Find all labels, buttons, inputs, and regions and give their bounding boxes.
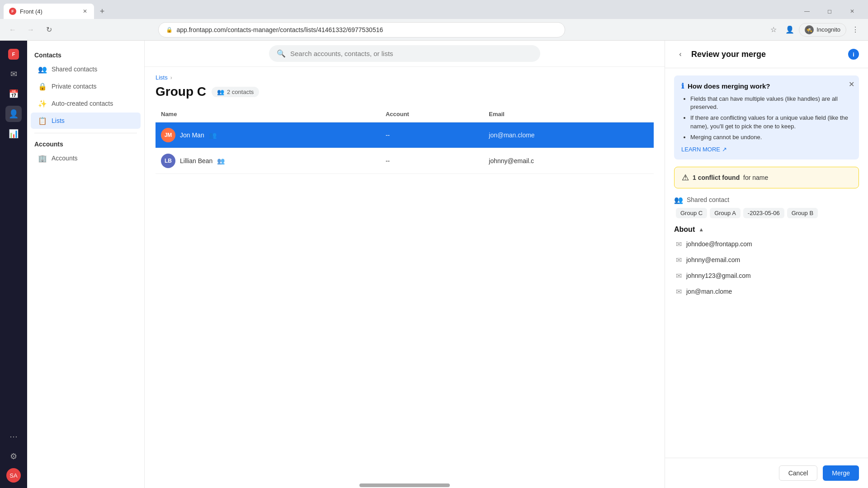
panel-footer: Cancel Merge <box>665 458 868 488</box>
window-minimize-button[interactable]: — <box>797 4 817 19</box>
about-chevron-icon: ▲ <box>698 226 704 233</box>
info-banner-close-button[interactable]: ✕ <box>849 80 854 89</box>
table-header-row: Name Account Email <box>156 106 654 122</box>
new-tab-button[interactable]: + <box>96 5 108 18</box>
panel-header-actions: i <box>848 49 859 60</box>
bookmark-button[interactable]: ☆ <box>766 23 781 37</box>
sidebar-item-lists[interactable]: 📋 Lists <box>31 113 141 129</box>
info-banner-icon: ℹ <box>681 82 684 90</box>
email-icon: ✉ <box>676 272 682 280</box>
window-close-button[interactable]: ✕ <box>842 4 863 19</box>
contacts-table: Name Account Email JM Jon Man 👥 -- jon@m… <box>156 106 654 174</box>
incognito-icon: 🕵 <box>805 25 814 34</box>
address-bar[interactable]: 🔒 app.frontapp.com/contacts-manager/cont… <box>158 22 565 38</box>
email-address: johndoe@frontapp.com <box>686 240 752 248</box>
shared-contact-label: 👥 Shared contact <box>674 196 859 204</box>
breadcrumb: Lists › <box>156 74 654 81</box>
analytics-icon[interactable]: 📊 <box>5 126 22 142</box>
private-contacts-label: Private contacts <box>52 83 97 90</box>
more-icon[interactable]: ⋯ <box>5 428 22 445</box>
col-email: Email <box>483 106 654 122</box>
shared-contacts-label: Shared contacts <box>52 66 97 73</box>
incognito-label: Incognito <box>816 26 840 33</box>
about-header[interactable]: About ▲ <box>674 225 859 234</box>
tab-title: Front (4) <box>20 8 78 15</box>
shared-contact-tag[interactable]: Group C <box>676 208 707 218</box>
contact-name: Jon Man <box>180 131 204 139</box>
shared-contact-tag[interactable]: -2023-05-06 <box>743 208 784 218</box>
conflict-icon: ⚠ <box>682 173 689 183</box>
accounts-icon: 🏢 <box>38 154 47 163</box>
breadcrumb-lists-link[interactable]: Lists <box>156 74 168 81</box>
email-address: johnny@email.com <box>686 256 740 263</box>
url-text: app.frontapp.com/contacts-manager/contac… <box>176 26 557 33</box>
shared-contact-label-icon: 👥 <box>674 196 683 204</box>
contact-email: jon@man.clome <box>483 122 654 148</box>
learn-more-label: LEARN MORE <box>681 146 720 153</box>
contact-avatar: LB <box>161 154 175 168</box>
lists-icon: 📋 <box>38 116 47 125</box>
shared-contact-tags: Group CGroup A-2023-05-06Group B <box>674 208 859 218</box>
contact-email: johnny@email.c <box>483 148 654 174</box>
lists-label: Lists <box>52 117 65 124</box>
shared-contact-tag[interactable]: Group B <box>787 208 818 218</box>
conflict-count: 1 conflict found <box>693 174 740 181</box>
contact-count-badge: 👥 2 contacts <box>212 87 259 97</box>
browser-tab-active[interactable]: F Front (4) ✕ <box>4 4 94 19</box>
window-maximize-button[interactable]: ◻ <box>819 4 840 19</box>
contact-name-cell: LB Lillian Bean 👥 <box>156 148 380 174</box>
window-controls: — ◻ ✕ <box>797 4 864 19</box>
forward-nav-button[interactable]: → <box>24 23 38 37</box>
about-title: About <box>674 225 695 234</box>
breadcrumb-chevron-icon: › <box>170 75 172 81</box>
back-button[interactable]: ‹ <box>674 48 687 61</box>
table-scrollbar[interactable] <box>145 483 665 488</box>
email-icon: ✉ <box>676 240 682 249</box>
right-panel: ‹ Review your merge i ✕ ℹ How does mergi… <box>665 41 868 488</box>
sidebar-item-accounts[interactable]: 🏢 Accounts <box>31 150 141 166</box>
browser-tabs: F Front (4) ✕ + — ◻ ✕ <box>0 0 868 19</box>
tab-close-button[interactable]: ✕ <box>81 8 89 15</box>
email-list: ✉johndoe@frontapp.com✉johnny@email.com✉j… <box>674 237 859 299</box>
lock-icon: 🔒 <box>166 27 173 33</box>
info-icon[interactable]: i <box>848 49 859 60</box>
shared-contact-tag[interactable]: Group A <box>710 208 741 218</box>
search-bar[interactable]: 🔍 <box>269 45 540 62</box>
inbox-icon[interactable]: ✉ <box>5 66 22 82</box>
tab-favicon: F <box>9 8 16 15</box>
shared-contact-section: 👥 Shared contact Group CGroup A-2023-05-… <box>674 196 859 218</box>
contacts-icon[interactable]: 👤 <box>5 106 22 122</box>
learn-more-icon: ↗ <box>722 146 727 153</box>
table-row[interactable]: LB Lillian Bean 👥 -- johnny@email.c <box>156 148 654 174</box>
profile-button[interactable]: 👤 <box>783 23 797 37</box>
merge-button[interactable]: Merge <box>823 465 859 481</box>
email-item: ✉jon@man.clome <box>674 285 859 299</box>
sidebar-item-auto-created[interactable]: ✨ Auto-created contacts <box>31 95 141 112</box>
cancel-button[interactable]: Cancel <box>779 465 818 481</box>
email-item: ✉johnny123@gmail.com <box>674 269 859 283</box>
accounts-section-title: Accounts <box>27 137 144 150</box>
about-section: About ▲ ✉johndoe@frontapp.com✉johnny@ema… <box>674 225 859 299</box>
user-avatar[interactable]: SA <box>6 468 21 483</box>
accounts-label: Accounts <box>52 155 78 162</box>
conflict-text: 1 conflict found for name <box>693 174 768 181</box>
info-point-3: Merging cannot be undone. <box>690 133 852 141</box>
back-nav-button[interactable]: ← <box>5 23 20 37</box>
toolbar-actions: ☆ 👤 🕵 Incognito ⋮ <box>766 23 863 37</box>
contact-account: -- <box>380 122 483 148</box>
search-input[interactable] <box>290 50 533 57</box>
learn-more-link[interactable]: LEARN MORE ↗ <box>681 146 727 153</box>
sidebar-item-private-contacts[interactable]: 🔒 Private contacts <box>31 78 141 94</box>
settings-icon[interactable]: ⚙ <box>5 448 22 465</box>
info-banner-title: ℹ How does merging work? <box>681 82 852 90</box>
shared-contact-label-text: Shared contact <box>687 196 729 203</box>
menu-button[interactable]: ⋮ <box>848 23 863 37</box>
scrollbar-thumb[interactable] <box>359 483 450 487</box>
calendar-icon[interactable]: 📅 <box>5 86 22 102</box>
sidebar-item-shared-contacts[interactable]: 👥 Shared contacts <box>31 61 141 77</box>
refresh-button[interactable]: ↻ <box>42 23 56 37</box>
email-item: ✉johndoe@frontapp.com <box>674 237 859 251</box>
table-row[interactable]: JM Jon Man 👥 -- jon@man.clome <box>156 122 654 148</box>
incognito-badge[interactable]: 🕵 Incognito <box>799 23 846 37</box>
app-logo[interactable]: F <box>5 46 22 62</box>
